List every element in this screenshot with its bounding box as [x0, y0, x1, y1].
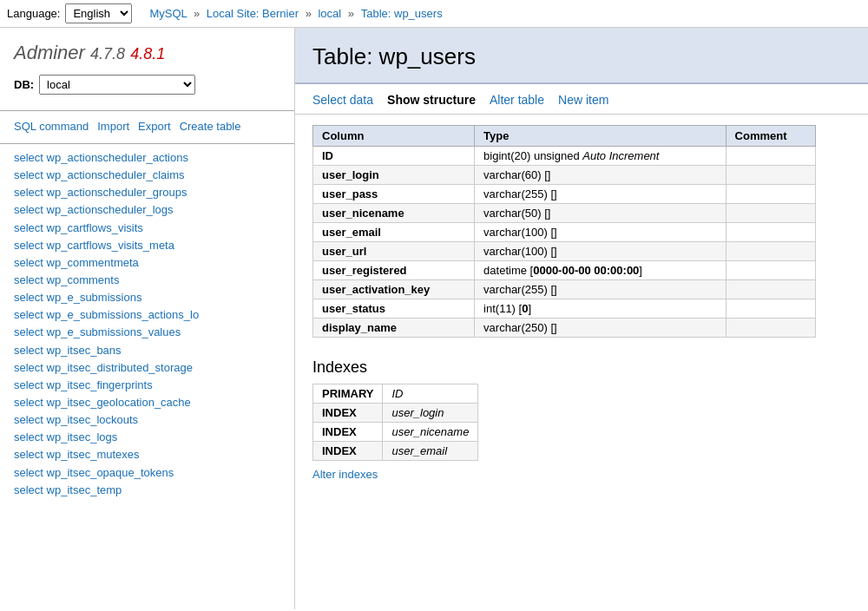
breadcrumb-site[interactable]: Local Site: Bernier — [207, 7, 299, 20]
col-name: user_activation_key — [313, 280, 475, 299]
col-header-type: Type — [475, 126, 727, 147]
index-row: INDEXuser_email — [313, 442, 478, 461]
index-type: INDEX — [313, 423, 383, 442]
table-link[interactable]: select wp_itsec_opaque_tokens — [14, 464, 280, 482]
table-link[interactable]: select wp_itsec_distributed_storage — [14, 359, 280, 377]
col-comment — [726, 166, 815, 185]
table-link[interactable]: select wp_itsec_bans — [14, 342, 280, 359]
page-title: Table: wp_users — [312, 43, 851, 70]
col-comment — [726, 261, 815, 280]
table-link[interactable]: select wp_actionscheduler_logs — [14, 201, 280, 219]
db-select[interactable]: local — [39, 75, 195, 95]
col-comment — [726, 223, 815, 242]
table-link[interactable]: select wp_itsec_mutexes — [14, 446, 280, 463]
table-list: select wp_actionscheduler_actionsselect … — [0, 149, 294, 499]
sql-command-link[interactable]: SQL command — [14, 120, 89, 133]
col-comment — [726, 204, 815, 223]
create-table-link[interactable]: Create table — [180, 120, 241, 133]
col-type: varchar(255) [] — [475, 185, 727, 204]
version-new: 4.8.1 — [130, 45, 165, 62]
indexes-table: PRIMARYIDINDEXuser_loginINDEXuser_nicena… — [312, 384, 478, 461]
import-link[interactable]: Import — [97, 120, 129, 133]
new-item-link[interactable]: New item — [558, 93, 608, 107]
table-link[interactable]: select wp_commentmeta — [14, 254, 280, 272]
sidebar-divider — [0, 110, 294, 111]
table-link[interactable]: select wp_itsec_lockouts — [14, 411, 280, 429]
col-comment — [726, 185, 815, 204]
table-link[interactable]: select wp_actionscheduler_claims — [14, 167, 280, 184]
table-link[interactable]: select wp_itsec_geolocation_cache — [14, 394, 280, 411]
table-row: user_emailvarchar(100) [] — [313, 223, 816, 242]
language-label: Language: — [7, 7, 60, 20]
table-link[interactable]: select wp_itsec_temp — [14, 482, 280, 499]
col-header-comment: Comment — [726, 126, 815, 147]
breadcrumb-table[interactable]: Table: wp_users — [361, 7, 443, 20]
db-row: DB: local — [14, 75, 280, 95]
indexes-title: Indexes — [312, 358, 851, 377]
col-type: int(11) [0] — [475, 299, 727, 319]
table-link[interactable]: select wp_cartflows_visits — [14, 220, 280, 237]
table-link[interactable]: select wp_cartflows_visits_meta — [14, 237, 280, 254]
table-link[interactable]: select wp_itsec_logs — [14, 429, 280, 446]
table-row: user_registereddatetime [0000-00-00 00:0… — [313, 261, 816, 280]
index-type: INDEX — [313, 442, 383, 461]
sidebar: Adminer 4.7.8 4.8.1 DB: local SQL comman… — [0, 28, 295, 609]
top-bar: Language: English Czech German French Sp… — [0, 0, 868, 28]
table-row: user_activation_keyvarchar(255) [] — [313, 280, 816, 299]
structure-tbody: IDbigint(20) unsigned Auto Incrementuser… — [313, 147, 816, 338]
col-type: datetime [0000-00-00 00:00:00] — [475, 261, 727, 280]
main-header: Table: wp_users — [295, 28, 868, 84]
select-data-link[interactable]: Select data — [312, 93, 373, 107]
col-type: varchar(100) [] — [475, 223, 727, 242]
col-header-column: Column — [313, 126, 475, 147]
col-name: ID — [313, 147, 475, 166]
col-comment — [726, 319, 815, 338]
main-content: Table: wp_users Select data Show structu… — [295, 28, 868, 609]
col-name: user_login — [313, 166, 475, 185]
table-link[interactable]: select wp_comments — [14, 272, 280, 289]
index-column: user_email — [383, 442, 478, 461]
alter-table-link[interactable]: Alter table — [490, 93, 544, 107]
col-name: user_registered — [313, 261, 475, 280]
alter-indexes-link[interactable]: Alter indexes — [312, 468, 378, 481]
sidebar-links: SQL command Import Export Create table — [0, 116, 294, 140]
table-link[interactable]: select wp_e_submissions_values — [14, 324, 280, 341]
table-row: user_statusint(11) [0] — [313, 299, 816, 319]
index-column: user_nicename — [383, 423, 478, 442]
col-name: user_url — [313, 242, 475, 261]
table-link[interactable]: select wp_actionscheduler_groups — [14, 184, 280, 201]
index-row: INDEXuser_login — [313, 404, 478, 423]
col-type: bigint(20) unsigned Auto Increment — [475, 147, 727, 166]
col-comment — [726, 299, 815, 319]
sidebar-header: Adminer 4.7.8 4.8.1 DB: local — [0, 28, 294, 110]
export-link[interactable]: Export — [138, 120, 171, 133]
breadcrumb-local[interactable]: local — [318, 7, 341, 20]
table-link[interactable]: select wp_e_submissions — [14, 289, 280, 306]
table-row: user_passvarchar(255) [] — [313, 185, 816, 204]
language-select[interactable]: English Czech German French Spanish — [65, 3, 132, 23]
index-column: ID — [383, 384, 478, 404]
col-comment — [726, 280, 815, 299]
indexes-tbody: PRIMARYIDINDEXuser_loginINDEXuser_nicena… — [313, 384, 478, 461]
actions-bar: Select data Show structure Alter table N… — [295, 84, 868, 115]
table-link[interactable]: select wp_itsec_fingerprints — [14, 377, 280, 394]
index-column: user_login — [383, 404, 478, 423]
db-label: DB: — [14, 78, 34, 91]
col-type: varchar(60) [] — [475, 166, 727, 185]
col-name: user_status — [313, 299, 475, 319]
col-type: varchar(100) [] — [475, 242, 727, 261]
table-row: user_nicenamevarchar(50) [] — [313, 204, 816, 223]
index-type: PRIMARY — [313, 384, 383, 404]
structure-table: Column Type Comment IDbigint(20) unsigne… — [312, 125, 816, 338]
version-current: 4.7.8 — [90, 45, 125, 62]
breadcrumb-mysql[interactable]: MySQL — [149, 7, 187, 20]
col-name: user_pass — [313, 185, 475, 204]
table-link[interactable]: select wp_actionscheduler_actions — [14, 149, 280, 167]
col-name: display_name — [313, 319, 475, 338]
table-link[interactable]: select wp_e_submissions_actions_lo — [14, 306, 280, 324]
indexes-section: Indexes PRIMARYIDINDEXuser_loginINDEXuse… — [295, 348, 868, 491]
show-structure-link[interactable]: Show structure — [387, 93, 476, 107]
table-row: IDbigint(20) unsigned Auto Increment — [313, 147, 816, 166]
index-row: PRIMARYID — [313, 384, 478, 404]
table-row: user_loginvarchar(60) [] — [313, 166, 816, 185]
